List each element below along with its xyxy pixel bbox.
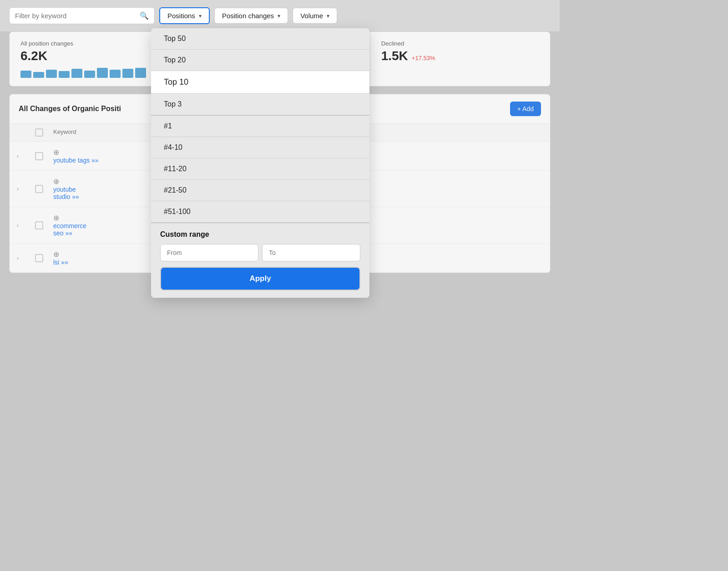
from-input[interactable] [160,244,258,261]
menu-item-top10[interactable]: Top 10 [151,71,369,94]
positions-chevron-icon: ▾ [199,13,202,19]
declined-value: 1.5K [381,49,408,63]
volume-label: Volume [300,12,323,20]
col-checkbox [35,128,53,137]
apply-button[interactable]: Apply [160,267,360,291]
volume-chevron-icon: ▾ [327,13,329,19]
expand-icon[interactable]: › [17,153,35,159]
menu-item-pos51-100[interactable]: #51-100 [151,201,369,223]
positions-dropdown-button[interactable]: Positions ▾ [159,7,210,24]
row-checkbox[interactable] [35,185,43,193]
custom-range-inputs [160,244,360,261]
declined-change: +17.53% [412,55,435,61]
add-button[interactable]: + Add [510,102,541,116]
position-changes-dropdown-button[interactable]: Position changes ▾ [214,8,288,24]
header-checkbox[interactable] [35,128,43,137]
menu-item-top3[interactable]: Top 3 [151,94,369,115]
to-input[interactable] [262,244,360,261]
menu-item-pos21-50[interactable]: #21-50 [151,180,369,201]
expand-icon[interactable]: › [17,222,35,229]
menu-item-top50[interactable]: Top 50 [151,28,369,50]
menu-item-pos1[interactable]: #1 [151,116,369,137]
stat-declined: Declined 1.5K +17.53% [370,32,550,86]
position-changes-chevron-icon: ▾ [278,13,280,19]
custom-range-section: Custom range Apply [151,223,369,298]
add-row-icon: ⊕ [53,178,59,185]
custom-range-label: Custom range [160,230,360,239]
volume-dropdown-button[interactable]: Volume ▾ [293,8,337,24]
search-input[interactable] [15,12,136,20]
top-bar: 🔍 Positions ▾ Position changes ▾ Volume … [0,0,560,31]
declined-label: Declined [381,40,539,47]
menu-item-pos11-20[interactable]: #11-20 [151,158,369,180]
col-expand [17,128,35,137]
row-checkbox[interactable] [35,152,43,160]
expand-icon[interactable]: › [17,255,35,261]
search-box: 🔍 [9,7,155,24]
add-row-icon: ⊕ [53,250,59,258]
position-changes-label: Position changes [222,12,274,20]
search-button[interactable]: 🔍 [140,11,149,20]
positions-label: Positions [167,12,195,20]
positions-dropdown-menu: Top 50 Top 20 Top 10 Top 3 #1 #4-10 #11-… [151,28,369,298]
menu-item-top20[interactable]: Top 20 [151,50,369,71]
expand-icon[interactable]: › [17,186,35,192]
menu-item-pos4-10[interactable]: #4-10 [151,137,369,158]
row-checkbox[interactable] [35,221,43,229]
add-row-icon: ⊕ [53,148,59,156]
row-checkbox[interactable] [35,254,43,262]
table-title: All Changes of Organic Positi [19,105,121,113]
add-row-icon: ⊕ [53,214,59,222]
